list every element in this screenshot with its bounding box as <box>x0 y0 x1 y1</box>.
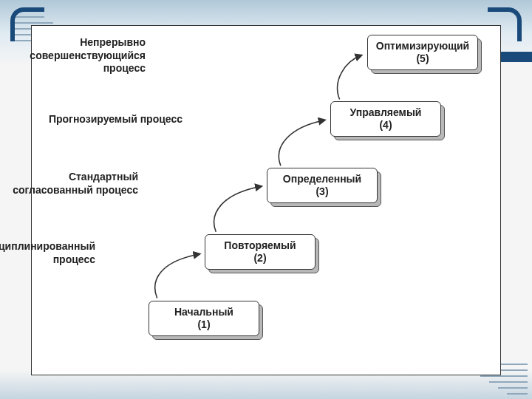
label-level-4: Прогнозируемый процесс <box>35 113 183 126</box>
stage-box-1: Начальный (1) <box>149 301 259 336</box>
stage-name-4: Управляемый <box>350 106 422 120</box>
stage-num-5: (5) <box>416 52 429 66</box>
label-level-2: Дисциплинированныйпроцесс <box>0 240 95 266</box>
stage-name-5: Оптимизирующий <box>376 40 469 53</box>
label-level-5: Непрерывносовершенствующийсяпроцесс <box>13 36 146 75</box>
arrows-svg <box>32 26 500 375</box>
arrow-3-4 <box>279 120 324 166</box>
diagram-panel: Непрерывносовершенствующийсяпроцесс Прог… <box>31 25 501 375</box>
stage-num-3: (3) <box>316 185 328 199</box>
label-level-3: Стандартныйсогласованный процесс <box>5 171 138 197</box>
stage-name-2: Повторяемый <box>224 239 296 253</box>
stage-num-2: (2) <box>253 252 266 265</box>
arrow-4-5 <box>338 55 362 100</box>
stage-num-4: (4) <box>379 119 392 132</box>
stage-num-1: (1) <box>197 318 210 332</box>
stage-box-3: Определенный (3) <box>267 168 378 203</box>
stage-name-1: Начальный <box>174 306 233 319</box>
stage-name-3: Определенный <box>283 173 361 186</box>
arrow-1-2 <box>155 254 200 299</box>
arrow-2-3 <box>214 186 262 232</box>
stage-box-4: Управляемый (4) <box>330 101 441 137</box>
stage-box-2: Повторяемый (2) <box>205 234 316 270</box>
stage-box-5: Оптимизирующий (5) <box>367 35 478 70</box>
